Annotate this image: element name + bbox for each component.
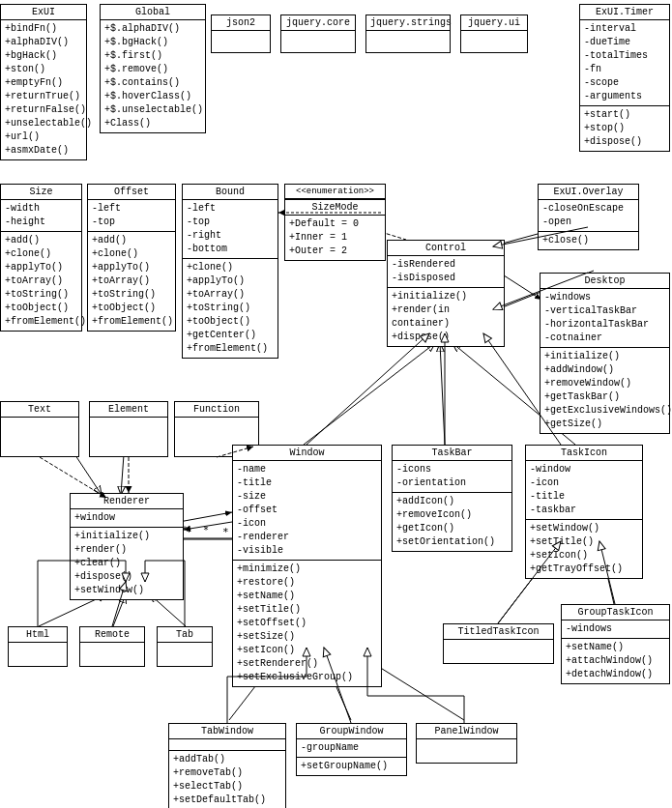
class-sizemode: <<enumeration>> SizeMode +Default = 0 +I…: [284, 184, 386, 261]
class-size: Size -width -height +add() +clone() +app…: [0, 184, 82, 332]
class-panelwindow-header: PanelWindow: [417, 724, 516, 739]
class-exui-header: ExUI: [1, 5, 86, 20]
class-function-header: Function: [175, 402, 258, 418]
class-global-header: Global: [101, 5, 205, 20]
class-groupwindow-header: GroupWindow: [297, 724, 406, 739]
class-exui-timer-methods: +start() +stop() +dispose(): [580, 106, 669, 151]
class-offset-attrs: -left -top: [88, 200, 175, 232]
class-element-body: [90, 418, 167, 454]
class-bound-header: Bound: [183, 185, 278, 200]
class-jquery-ui-body: [461, 31, 527, 50]
class-tabwindow-attrs: [169, 739, 285, 751]
class-desktop-attrs: -windows -verticalTaskBar -horizontalTas…: [541, 289, 669, 348]
class-window-methods: +minimize() +restore() +setName() +setTi…: [233, 561, 381, 686]
class-element-header: Element: [90, 402, 167, 418]
class-tab-body: [158, 643, 212, 664]
class-taskicon-attrs: -window -icon -title -taskbar: [526, 461, 642, 520]
class-jquery-core-header: jquery.core: [281, 15, 355, 31]
svg-line-22: [307, 333, 429, 445]
class-sizemode-header: SizeMode: [285, 199, 385, 216]
class-control-attrs: -isRendered -isDisposed: [388, 256, 504, 288]
class-window-attrs: -name -title -size -offset -icon -render…: [233, 461, 381, 561]
class-control-header: Control: [388, 241, 504, 256]
class-control: Control -isRendered -isDisposed +initial…: [387, 240, 505, 347]
class-taskicon: TaskIcon -window -icon -title -taskbar +…: [525, 445, 643, 579]
class-renderer-attrs: +window: [71, 509, 183, 528]
class-renderer-methods: +initialize() +render() +clear() +dispos…: [71, 528, 183, 599]
svg-line-27: [184, 522, 232, 530]
svg-line-3: [440, 343, 445, 445]
class-desktop-methods: +initialize() +addWindow() +removeWindow…: [541, 348, 669, 433]
class-groupwindow-methods: +setGroupName(): [297, 758, 406, 775]
class-tabwindow-methods: +addTab() +removeTab() +selectTab() +set…: [169, 751, 285, 808]
class-offset: Offset -left -top +add() +clone() +apply…: [87, 184, 176, 332]
svg-text:*: *: [203, 525, 209, 535]
class-taskbar-header: TaskBar: [393, 446, 511, 461]
svg-text:*: *: [222, 526, 229, 538]
class-desktop: Desktop -windows -verticalTaskBar -horiz…: [540, 273, 670, 434]
class-offset-header: Offset: [88, 185, 175, 200]
class-group-taskicon: GroupTaskIcon -windows +setName() +attac…: [561, 604, 670, 684]
class-jquery-strings-body: [366, 31, 450, 50]
class-size-attrs: -width -height: [1, 200, 81, 232]
class-text-body: [1, 418, 78, 454]
svg-line-0: [501, 274, 541, 300]
class-json2: json2: [211, 14, 271, 53]
class-jquery-strings-header: jquery.strings: [366, 15, 450, 31]
class-jquery-ui-header: jquery.ui: [461, 15, 527, 31]
class-renderer: Renderer +window +initialize() +render()…: [70, 493, 184, 600]
class-exui-overlay-methods: +close(): [539, 232, 638, 249]
class-taskbar-methods: +addIcon() +removeIcon() +getIcon() +set…: [393, 493, 511, 551]
class-element: Element: [89, 401, 168, 457]
class-jquery-strings: jquery.strings: [365, 14, 451, 53]
svg-line-2: [304, 343, 435, 445]
class-group-taskicon-methods: +setName() +attachWindow() +detachWindow…: [562, 639, 669, 683]
class-bound: Bound -left -top -right -bottom +clone()…: [182, 184, 278, 359]
class-tab: Tab: [157, 626, 213, 667]
class-exui-timer-attrs: -interval -dueTime -totalTimes -fn -scop…: [580, 20, 669, 106]
class-json2-header: json2: [212, 15, 270, 31]
class-exui: ExUI +bindFn() +alphaDIV() +bgHack() +st…: [0, 4, 87, 160]
class-exui-overlay-header: ExUI.Overlay: [539, 185, 638, 200]
class-text: Text: [0, 401, 79, 457]
class-remote: Remote: [79, 626, 145, 667]
class-titled-taskicon-body: [444, 640, 553, 661]
class-size-methods: +add() +clone() +applyTo() +toArray() +t…: [1, 232, 81, 331]
class-group-taskicon-header: GroupTaskIcon: [562, 605, 669, 620]
class-renderer-header: Renderer: [71, 494, 183, 509]
class-global: Global +$.alphaDIV() +$.bgHack() +$.firs…: [100, 4, 206, 133]
class-remote-header: Remote: [80, 627, 144, 643]
class-group-taskicon-attrs: -windows: [562, 620, 669, 639]
class-exui-overlay: ExUI.Overlay -closeOnEscape -open +close…: [538, 184, 639, 250]
class-exui-timer: ExUI.Timer -interval -dueTime -totalTime…: [579, 4, 670, 152]
class-exui-attrs: +bindFn() +alphaDIV() +bgHack() +ston() …: [1, 20, 86, 159]
class-exui-timer-header: ExUI.Timer: [580, 5, 669, 20]
class-global-attrs: +$.alphaDIV() +$.bgHack() +$.first() +$.…: [101, 20, 205, 132]
class-titled-taskicon-header: TitledTaskIcon: [444, 624, 553, 640]
class-titled-taskicon: TitledTaskIcon: [443, 623, 554, 664]
class-tab-header: Tab: [158, 627, 212, 643]
class-size-header: Size: [1, 185, 81, 200]
class-panelwindow-body: [417, 739, 516, 761]
class-offset-methods: +add() +clone() +applyTo() +toArray() +t…: [88, 232, 175, 331]
class-bound-methods: +clone() +applyTo() +toArray() +toString…: [183, 259, 278, 358]
class-tabwindow: TabWindow +addTab() +removeTab() +select…: [168, 723, 286, 808]
class-panelwindow: PanelWindow: [416, 723, 517, 764]
class-taskbar: TaskBar -icons -orientation +addIcon() +…: [392, 445, 512, 552]
class-json2-body: [212, 31, 270, 50]
class-groupwindow: GroupWindow -groupName +setGroupName(): [296, 723, 407, 776]
class-window: Window -name -title -size -offset -icon …: [232, 445, 382, 687]
class-taskicon-header: TaskIcon: [526, 446, 642, 461]
class-text-header: Text: [1, 402, 78, 418]
class-jquery-ui: jquery.ui: [460, 14, 528, 53]
class-desktop-header: Desktop: [541, 274, 669, 289]
class-groupwindow-attrs: -groupName: [297, 739, 406, 758]
class-taskbar-attrs: -icons -orientation: [393, 461, 511, 493]
class-html: Html: [8, 626, 68, 667]
class-html-body: [9, 643, 67, 664]
class-window-header: Window: [233, 446, 381, 461]
class-control-methods: +initialize() +render(in container) +dis…: [388, 288, 504, 346]
class-jquery-core: jquery.core: [280, 14, 356, 53]
class-taskicon-methods: +setWindow() +setTitle() +setIcon() +get…: [526, 520, 642, 578]
class-sizemode-stereotype: <<enumeration>>: [285, 185, 385, 199]
